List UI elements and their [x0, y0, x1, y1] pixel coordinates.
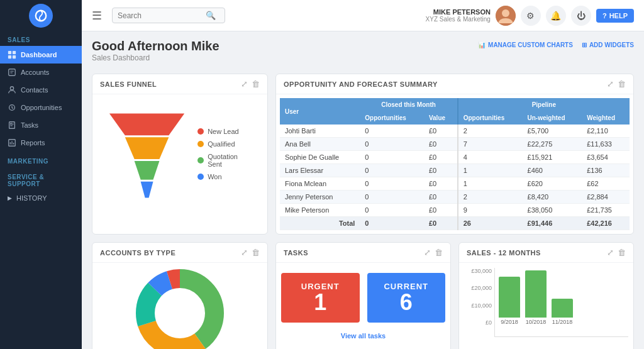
logout-button[interactable]: ⏻: [571, 6, 591, 26]
cell-p-wt: £3,654: [582, 151, 630, 164]
notifications-button[interactable]: 🔔: [546, 6, 566, 26]
cell-c-val: £0: [424, 151, 458, 164]
cell-total-p-unwt: £91,446: [523, 217, 582, 230]
settings-button[interactable]: ⚙: [521, 6, 541, 26]
current-task-button[interactable]: CURRENT 6: [367, 273, 446, 323]
cell-p-wt: £11,633: [582, 138, 630, 151]
sidebar-item-opportunities[interactable]: Opportunities: [0, 99, 82, 116]
delete-icon[interactable]: 🗑: [618, 79, 626, 89]
delete-icon[interactable]: 🗑: [252, 79, 260, 89]
chart-icon: 📊: [478, 42, 486, 48]
sidebar-section-sales: SALES: [0, 31, 82, 46]
cell-total-p-opp: 26: [458, 217, 523, 230]
manage-charts-label: MANAGE CUSTOM CHARTS: [488, 42, 573, 48]
svg-point-18: [502, 9, 509, 17]
expand-icon[interactable]: ⤢: [424, 248, 431, 257]
cell-c-val: £0: [424, 204, 458, 217]
bar-2: [525, 270, 547, 318]
col-pipeline-group: Pipeline: [458, 98, 630, 111]
tasks-card: TASKS ⤢ 🗑 URGENT 1: [275, 242, 451, 349]
bar-label-3: 11/2018: [552, 319, 573, 325]
expand-icon[interactable]: ⤢: [241, 79, 248, 89]
table-group-header: User Closed this Month Pipeline: [280, 98, 630, 111]
opportunity-table-body: Johti Barti 0 £0 2 £5,700 £2,110 Ana Bel…: [280, 125, 630, 230]
sidebar-item-contacts[interactable]: Contacts: [0, 81, 82, 99]
delete-icon[interactable]: 🗑: [618, 248, 626, 257]
card-actions: ⤢ 🗑: [241, 79, 260, 89]
bar-group-3: 11/2018: [552, 299, 573, 325]
accounts-body: [92, 263, 267, 349]
col-c-opp: Opportunities: [360, 111, 424, 125]
topbar: ☰ 🔍 MIKE PETERSON XYZ Sales & Marketing …: [82, 0, 644, 31]
sidebar-item-label: Contacts: [21, 86, 48, 94]
svg-rect-10: [9, 122, 15, 129]
cell-user: Mike Peterson: [280, 204, 360, 217]
delete-icon[interactable]: 🗑: [435, 248, 443, 257]
menu-icon[interactable]: ☰: [92, 9, 102, 23]
cell-p-opp: 4: [458, 151, 523, 164]
avatar[interactable]: [496, 6, 516, 26]
sidebar-item-accounts[interactable]: Accounts: [0, 64, 82, 81]
svg-point-29: [158, 291, 202, 335]
sidebar-item-label: HISTORY: [16, 194, 47, 202]
cell-user: Johti Barti: [280, 125, 360, 138]
add-widgets-button[interactable]: ⊞ ADD WIDGETS: [582, 42, 634, 48]
sales-funnel-body: New Lead Qualified Quotation Sent: [92, 94, 267, 214]
bar-group-2: 10/2018: [525, 270, 547, 325]
expand-icon[interactable]: ⤢: [241, 248, 248, 257]
legend-dot-won: [197, 174, 204, 180]
opportunities-icon: [8, 103, 16, 112]
bar-1: [499, 277, 520, 318]
cell-p-unwt: £22,275: [523, 138, 582, 151]
bar-3: [552, 299, 573, 318]
user-info: MIKE PETERSON XYZ Sales & Marketing ⚙ 🔔 …: [426, 6, 634, 26]
sales-funnel-card: SALES FUNNEL ⤢ 🗑: [92, 74, 268, 235]
opportunity-table: User Closed this Month Pipeline Opportun…: [280, 98, 630, 230]
view-all-tasks-anchor[interactable]: View all tasks: [341, 332, 386, 340]
grid-icon: [8, 50, 16, 59]
cell-c-val: £0: [424, 125, 458, 138]
opp-card-actions: ⤢ 🗑: [607, 79, 626, 89]
sidebar-item-label: Dashboard: [21, 51, 57, 58]
expand-icon[interactable]: ⤢: [607, 248, 614, 257]
user-details: MIKE PETERSON XYZ Sales & Marketing: [426, 8, 491, 23]
table-row: Ana Bell 0 £0 7 £22,275 £11,633: [280, 138, 630, 151]
manage-charts-button[interactable]: 📊 MANAGE CUSTOM CHARTS: [478, 42, 573, 48]
legend-label-qualified: Qualified: [208, 140, 235, 148]
sidebar-item-history[interactable]: ▶ HISTORY: [0, 190, 82, 206]
cell-c-opp: 0: [360, 204, 424, 217]
sidebar-item-tasks[interactable]: Tasks: [0, 116, 82, 134]
cell-user: Jenny Peterson: [280, 191, 360, 204]
cell-p-opp: 7: [458, 138, 523, 151]
logo-circle: [29, 4, 53, 28]
avatar-image: [496, 6, 516, 26]
widgets-icon: ⊞: [582, 42, 587, 48]
svg-rect-5: [9, 69, 16, 76]
reports-icon: [8, 138, 16, 147]
sales-12m-title: SALES - 12 MONTHS: [467, 249, 541, 257]
cell-c-opp: 0: [360, 164, 424, 177]
y-label-0: £0: [486, 319, 492, 326]
cell-c-val: £0: [424, 138, 458, 151]
sidebar-item-dashboard[interactable]: Dashboard: [0, 46, 82, 64]
urgent-task-button[interactable]: URGENT 1: [281, 273, 360, 323]
sidebar-section-marketing: MARKETING: [0, 152, 82, 167]
greeting-section: Good Afternoon Mike Sales Dashboard: [92, 39, 219, 62]
sidebar-item-reports[interactable]: Reports: [0, 134, 82, 152]
view-all-tasks-link[interactable]: View all tasks: [281, 328, 445, 344]
col-p-unwt: Un-weighted: [523, 111, 582, 125]
expand-icon[interactable]: ⤢: [607, 79, 614, 89]
col-p-wt: Weighted: [582, 111, 630, 125]
legend-won: Won: [197, 173, 253, 180]
delete-icon[interactable]: 🗑: [252, 248, 260, 257]
search-box: 🔍: [112, 8, 225, 23]
sales-funnel-header: SALES FUNNEL ⤢ 🗑: [92, 74, 267, 94]
table-row: Sophie De Gualle 0 £0 4 £15,921 £3,654: [280, 151, 630, 164]
cell-p-opp: 2: [458, 191, 523, 204]
sales-funnel-title: SALES FUNNEL: [100, 80, 157, 88]
help-button[interactable]: ? HELP: [596, 9, 634, 23]
search-input[interactable]: [118, 11, 206, 20]
sidebar-item-label: Tasks: [21, 121, 38, 129]
col-user: User: [280, 98, 360, 125]
greeting-title: Good Afternoon Mike: [92, 39, 219, 53]
